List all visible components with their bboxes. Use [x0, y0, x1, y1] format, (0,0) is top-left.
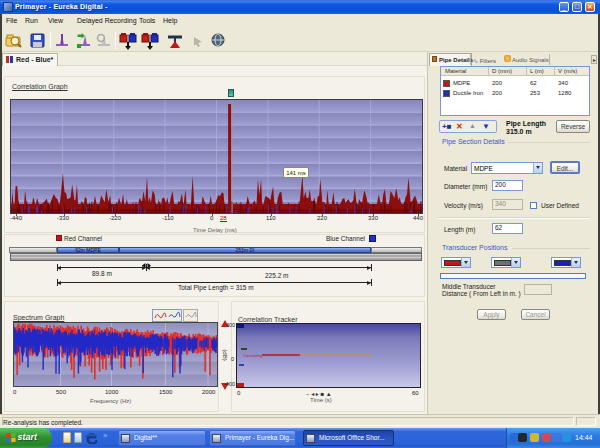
svg-text:Correlating: Correlating — [243, 353, 263, 358]
